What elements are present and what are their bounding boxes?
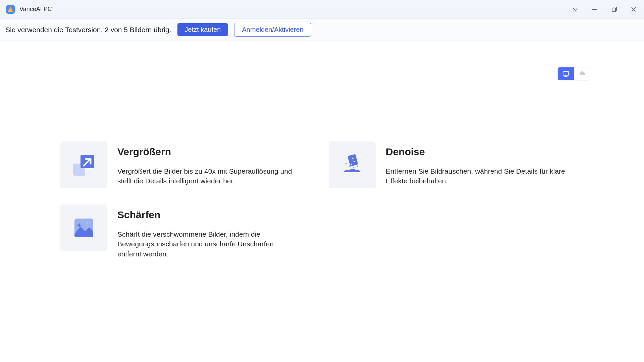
svg-point-17 <box>352 158 354 159</box>
enlarge-body: Vergrößern Vergrößert die Bilder bis zu … <box>117 141 315 186</box>
login-activate-button[interactable]: Anmelden/Aktivieren <box>234 23 311 37</box>
sharpen-desc: Schärft die verschwommene Bilder, indem … <box>117 229 299 259</box>
denoise-card[interactable]: Denoise Entfernen Sie Bildrauschen, währ… <box>329 141 584 188</box>
enlarge-icon <box>60 141 107 188</box>
svg-point-12 <box>349 166 351 167</box>
trial-status-text: Sie verwenden die Testversion, 2 von 5 B… <box>5 26 171 34</box>
enlarge-title: Vergrößern <box>117 146 315 158</box>
close-button[interactable] <box>629 4 639 14</box>
sharpen-card[interactable]: Schärfen Schärft die verschwommene Bilde… <box>60 204 315 259</box>
sharpen-icon <box>60 204 107 251</box>
denoise-body: Denoise Entfernen Sie Bildrauschen, währ… <box>386 141 584 186</box>
window-controls <box>570 4 639 14</box>
buy-now-button[interactable]: Jetzt kaufen <box>177 23 228 36</box>
svg-point-15 <box>351 164 352 165</box>
svg-rect-2 <box>612 8 615 11</box>
svg-point-11 <box>345 163 347 165</box>
app-title: VanceAI PC <box>19 6 52 13</box>
denoise-desc: Entfernen Sie Bildrauschen, während Sie … <box>386 166 567 186</box>
sharpen-body: Schärfen Schärft die verschwommene Bilde… <box>117 204 315 259</box>
denoise-icon <box>329 141 376 188</box>
cloud-mode-toggle[interactable] <box>574 67 590 80</box>
trial-topbar: Sie verwenden die Testversion, 2 von 5 B… <box>0 19 644 41</box>
maximize-button[interactable] <box>609 4 619 14</box>
titlebar: VanceAI PC <box>0 0 644 19</box>
download-indicator-icon[interactable] <box>570 4 580 14</box>
svg-point-13 <box>353 167 355 169</box>
svg-point-16 <box>354 161 355 162</box>
app-logo-icon <box>5 4 15 14</box>
local-mode-toggle[interactable] <box>558 67 574 80</box>
svg-point-14 <box>357 166 359 167</box>
denoise-title: Denoise <box>386 146 584 158</box>
feature-cards-grid: Vergrößern Vergrößert die Bilder bis zu … <box>0 41 644 259</box>
svg-rect-5 <box>563 72 569 75</box>
minimize-button[interactable] <box>590 4 600 14</box>
enlarge-card[interactable]: Vergrößern Vergrößert die Bilder bis zu … <box>60 141 315 188</box>
sharpen-title: Schärfen <box>117 209 315 221</box>
mode-toggle <box>557 67 590 80</box>
svg-rect-10 <box>347 154 358 166</box>
enlarge-desc: Vergrößert die Bilder bis zu 40x mit Sup… <box>117 166 299 186</box>
